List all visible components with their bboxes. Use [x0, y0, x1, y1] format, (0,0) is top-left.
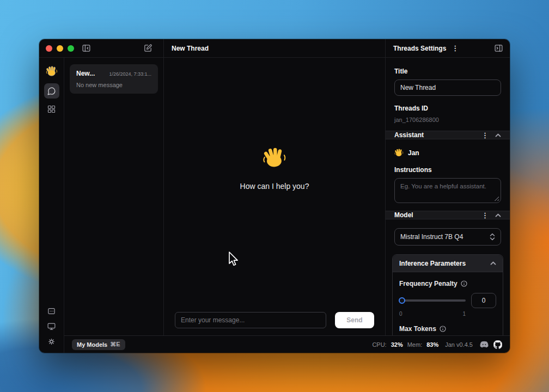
- collapse-right-panel-icon[interactable]: [494, 44, 503, 53]
- thread-item-title: New...: [76, 70, 95, 77]
- zoom-window-button[interactable]: [68, 45, 74, 52]
- model-menu-icon[interactable]: ⋮: [481, 212, 489, 219]
- cpu-label: CPU:: [372, 341, 386, 348]
- slider-min-label: 0: [399, 311, 402, 317]
- traffic-lights: [46, 45, 74, 52]
- threads-id-value: jan_1706286800: [394, 117, 501, 123]
- frequency-penalty-param: Frequency Penalty: [399, 280, 496, 317]
- info-icon: [461, 280, 467, 287]
- assistant-name: Jan: [408, 149, 419, 157]
- threads-settings-panel: Title Threads ID jan_1706286800 Assistan…: [386, 58, 510, 335]
- empty-chat-greeting: How can I help you?: [164, 45, 385, 292]
- chat-bubble-icon: [47, 87, 56, 96]
- collapse-left-panel-icon[interactable]: [82, 44, 91, 53]
- close-window-button[interactable]: [46, 45, 52, 52]
- github-icon[interactable]: [493, 340, 502, 349]
- assistant-header-label: Assistant: [394, 131, 424, 139]
- status-metrics: CPU: 32% Mem: 83% Jan v0.4.5: [372, 340, 502, 349]
- chat-main: How can I help you? Send: [163, 58, 386, 335]
- jan-assistant-icon[interactable]: [46, 65, 58, 77]
- local-api-server-icon[interactable]: [47, 307, 56, 316]
- info-icon: [440, 326, 446, 332]
- frequency-penalty-slider[interactable]: [399, 297, 466, 304]
- model-section-header[interactable]: Model ⋮: [386, 211, 510, 219]
- new-thread-icon[interactable]: [143, 44, 152, 53]
- grid-icon: [47, 105, 56, 114]
- thread-title-input[interactable]: [394, 79, 501, 96]
- resize-handle[interactable]: [494, 196, 499, 201]
- greeting-text: How can I help you?: [240, 182, 309, 191]
- assistant-section-header[interactable]: Assistant ⋮: [386, 131, 510, 139]
- titlebar-left: [39, 39, 163, 57]
- slider-max-label: 1: [462, 311, 466, 317]
- instructions-textarea[interactable]: Eg. You are a helpful assistant.: [394, 178, 501, 203]
- message-input[interactable]: [175, 312, 326, 328]
- wave-hand-icon: [263, 146, 286, 170]
- my-models-button[interactable]: My Models ⌘E: [72, 339, 125, 350]
- thread-item-date: 1/26/2024, 7:33:1...: [109, 71, 151, 77]
- threads-settings-title: Threads Settings: [393, 45, 446, 52]
- cpu-value: 32%: [391, 341, 403, 348]
- minimize-window-button[interactable]: [57, 45, 63, 52]
- instructions-placeholder: Eg. You are a helpful assistant.: [400, 183, 486, 189]
- titlebar-right: Threads Settings ⋮: [386, 39, 510, 57]
- select-updown-icon: [490, 233, 495, 241]
- thread-list: New... 1/26/2024, 7:33:1... No new messa…: [64, 58, 163, 335]
- inference-collapse-chevron-icon[interactable]: [490, 261, 496, 265]
- jan-app-window: New Thread Threads Settings ⋮: [39, 39, 510, 353]
- mem-label: Mem:: [407, 341, 423, 348]
- status-bar: My Models ⌘E CPU: 32% Mem: 83% Jan v0.4.…: [64, 335, 510, 353]
- max-tokens-label: Max Tokens: [399, 325, 436, 333]
- left-icon-rail: [39, 58, 64, 353]
- assistant-identity: Jan: [394, 148, 501, 157]
- threads-settings-menu-icon[interactable]: ⋮: [452, 45, 459, 52]
- app-version: Jan v0.4.5: [445, 341, 473, 348]
- frequency-penalty-label: Frequency Penalty: [399, 280, 457, 287]
- assistant-collapse-chevron-icon[interactable]: [495, 133, 501, 137]
- slider-thumb[interactable]: [399, 297, 405, 304]
- model-header-label: Model: [394, 211, 413, 219]
- rail-bottom: [47, 307, 56, 346]
- sidebar-item-chat[interactable]: [44, 83, 59, 99]
- model-select[interactable]: Mistral Instruct 7B Q4: [394, 228, 501, 246]
- mem-value: 83%: [426, 341, 438, 348]
- my-models-label: My Models: [77, 341, 107, 348]
- inference-parameters-card: Inference Parameters Frequency Penalty: [392, 254, 503, 335]
- sidebar-item-hub[interactable]: [47, 105, 56, 114]
- inference-header-label: Inference Parameters: [399, 260, 466, 267]
- message-input-row: Send: [164, 305, 385, 335]
- instructions-label: Instructions: [394, 166, 501, 174]
- discord-icon[interactable]: [479, 341, 489, 348]
- assistant-avatar-icon: [394, 148, 404, 157]
- send-button[interactable]: Send: [335, 312, 374, 328]
- inference-parameters-header[interactable]: Inference Parameters: [393, 255, 503, 272]
- thread-item-preview: No new message: [76, 82, 151, 88]
- assistant-menu-icon[interactable]: ⋮: [481, 132, 489, 139]
- model-collapse-chevron-icon[interactable]: [495, 213, 501, 217]
- model-selected-value: Mistral Instruct 7B Q4: [400, 233, 463, 241]
- title-label: Title: [394, 68, 501, 75]
- system-monitor-icon[interactable]: [47, 322, 56, 331]
- threads-id-label: Threads ID: [394, 105, 501, 112]
- max-tokens-param: Max Tokens: [399, 325, 496, 335]
- my-models-shortcut: ⌘E: [110, 341, 120, 348]
- settings-gear-icon[interactable]: [47, 337, 56, 346]
- thread-list-item[interactable]: New... 1/26/2024, 7:33:1... No new messa…: [70, 64, 158, 94]
- frequency-penalty-value[interactable]: 0: [471, 293, 496, 308]
